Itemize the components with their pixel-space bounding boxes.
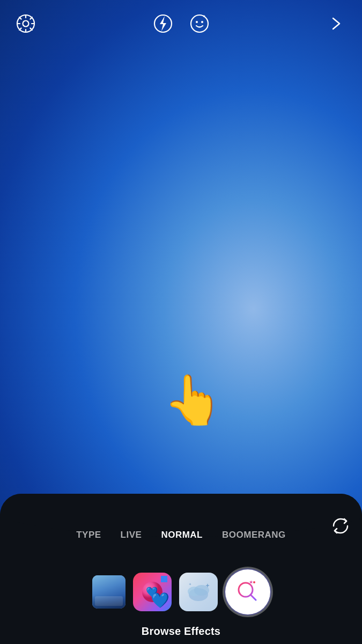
mode-type[interactable]: TYPE xyxy=(67,525,110,545)
svg-point-12 xyxy=(191,15,208,32)
mode-boomerang[interactable]: BOOMERANG xyxy=(212,525,295,545)
mode-selector: TYPE LIVE NORMAL BOOMERANG xyxy=(0,525,362,545)
bottom-background xyxy=(0,494,362,644)
svg-point-15 xyxy=(142,582,162,602)
settings-button[interactable] xyxy=(13,11,39,36)
top-toolbar xyxy=(0,0,362,47)
effect-icon-hearts[interactable]: 💙 xyxy=(133,573,172,611)
svg-point-1 xyxy=(23,21,29,27)
gallery-thumbnail[interactable] xyxy=(92,575,125,609)
top-center-icons xyxy=(150,11,212,36)
svg-point-19 xyxy=(194,585,209,596)
svg-point-13 xyxy=(196,21,198,23)
next-chevron-button[interactable] xyxy=(323,11,349,36)
mode-normal[interactable]: NORMAL xyxy=(151,525,212,545)
svg-line-21 xyxy=(250,595,256,600)
svg-line-8 xyxy=(19,28,21,30)
svg-point-14 xyxy=(201,21,203,23)
browse-effects-button[interactable] xyxy=(225,569,270,614)
svg-line-6 xyxy=(19,17,21,19)
svg-marker-11 xyxy=(160,16,166,31)
effect-icon-water[interactable] xyxy=(179,573,218,611)
browse-effects-label: Browse Effects xyxy=(0,625,362,638)
effects-row: 💙 xyxy=(0,569,362,614)
camera-viewfinder: 👆 xyxy=(0,0,362,515)
svg-point-22 xyxy=(253,581,255,583)
gallery-preview-image xyxy=(92,575,125,609)
svg-line-7 xyxy=(30,28,32,30)
pointing-hand-emoji: 👆 xyxy=(163,376,223,424)
svg-line-9 xyxy=(30,17,32,19)
svg-text:💙: 💙 xyxy=(146,586,158,598)
effects-face-button[interactable] xyxy=(187,11,212,36)
bottom-panel: TYPE LIVE NORMAL BOOMERANG xyxy=(0,494,362,644)
mode-live[interactable]: LIVE xyxy=(111,525,152,545)
flip-camera-button[interactable] xyxy=(329,514,352,538)
flash-button[interactable] xyxy=(150,11,176,36)
